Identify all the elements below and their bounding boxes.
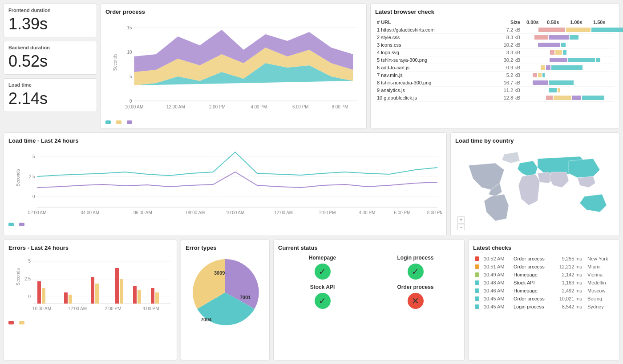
status-orderprocess-label: Order process <box>397 284 433 290</box>
check-location: Sydney <box>585 303 615 311</box>
svg-text:10:00 AM: 10:00 AM <box>32 306 51 311</box>
status-stockapi-icon: ✓ <box>315 293 331 309</box>
errors-title: Errors - Last 24 hours <box>8 244 172 251</box>
load-time-legend <box>8 223 442 226</box>
check-location: Beijing <box>585 295 615 303</box>
latest-checks-title: Latest checks <box>473 244 615 251</box>
check-location: New York <box>585 255 615 263</box>
check-time: 10:52 AM <box>481 255 511 263</box>
svg-text:4:00 PM: 4:00 PM <box>142 306 159 311</box>
order-process-legend <box>105 120 362 124</box>
status-homepage-label: Homepage <box>309 255 336 261</box>
latest-checks-table: 10:52 AM Order process 9,255 ms New York… <box>473 255 615 311</box>
order-process-y-label: Seconds <box>113 53 117 71</box>
errors-y-label: Seconds <box>16 268 20 286</box>
bc-row: 2 style.css 8.3 kB <box>375 34 615 41</box>
bc-size: 3.3 kB <box>451 49 522 56</box>
browser-check-title: Latest browser check <box>375 8 615 15</box>
bc-size: 16.7 kB <box>451 79 522 87</box>
backend-label: Backend duration <box>8 45 92 50</box>
bc-col-15s: 1.50s <box>591 19 615 26</box>
backend-value: 0.52s <box>8 52 92 71</box>
check-row: 10:45 AM Login process 8,542 ms Sydney <box>473 303 615 311</box>
status-login-label: Login process <box>397 255 433 261</box>
svg-rect-48 <box>69 295 72 304</box>
bc-size: 8.3 kB <box>451 34 522 41</box>
bc-row: 5 tshirt-suraya-300.png 30.2 kB <box>375 56 615 64</box>
check-location: Medellín <box>585 279 615 287</box>
bc-size: 10.2 kB <box>451 41 522 49</box>
loadtime-card: Load time 2.14s <box>4 78 97 112</box>
bc-row: 10 g.doubleclick.js 12.8 kB <box>375 94 615 102</box>
load-time-chart: 5 2.5 0 02:00 AM 04:00 AM 06:00 AM 08:00… <box>20 148 442 219</box>
svg-text:06:00 AM: 06:00 AM <box>134 210 152 215</box>
check-time: 10:48 AM <box>481 279 511 287</box>
svg-rect-55 <box>151 288 154 304</box>
errors-card: Errors - Last 24 hours Seconds 5 2.5 0 <box>4 240 177 360</box>
svg-rect-46 <box>42 288 45 304</box>
check-ms: 9,255 ms <box>552 255 585 263</box>
svg-text:8:00 PM: 8:00 PM <box>427 210 442 215</box>
bc-num-url: 3 icons.css <box>375 41 451 49</box>
errors-chart: 5 2.5 0 <box>20 255 175 317</box>
check-location: Vienna <box>585 271 615 279</box>
svg-text:4:00 PM: 4:00 PM <box>359 210 376 215</box>
error-types-chart: 3009 7001 7004 <box>187 255 263 330</box>
svg-text:10: 10 <box>127 50 132 55</box>
bc-bars <box>522 72 615 79</box>
check-row: 10:52 AM Order process 9,255 ms New York <box>473 255 615 263</box>
load-time-title: Load time - Last 24 hours <box>8 137 442 144</box>
svg-rect-54 <box>138 290 141 304</box>
check-color-cell <box>473 287 481 295</box>
bc-row: 8 tshirt-norcadia-300.png 16.7 kB <box>375 79 615 87</box>
bc-num-url: 2 style.css <box>375 34 451 41</box>
svg-text:15: 15 <box>127 25 132 30</box>
check-name: Order process <box>511 295 553 303</box>
check-ms: 10,021 ms <box>552 295 585 303</box>
svg-text:5: 5 <box>32 154 35 159</box>
svg-text:−: − <box>459 224 462 230</box>
bc-bars <box>522 87 615 94</box>
bc-bars <box>522 56 615 64</box>
status-grid: Homepage ✓ Login process ✓ Stock API ✓ O… <box>278 255 460 309</box>
status-homepage-icon: ✓ <box>315 264 331 280</box>
bc-bars <box>522 79 615 87</box>
backend-duration-card: Backend duration 0.52s <box>4 41 97 75</box>
bc-bars <box>522 41 615 49</box>
bc-row: 3 icons.css 10.2 kB <box>375 41 615 49</box>
check-time: 10:46 AM <box>481 287 511 295</box>
order-process-chart: 15 10 5 0 10:00 AM 12:00 AM 2:00 PM 4:00… <box>117 19 362 116</box>
status-homepage: Homepage ✓ <box>278 255 367 280</box>
svg-text:6:00 PM: 6:00 PM <box>292 104 309 109</box>
bc-col-url: # URL <box>375 19 451 26</box>
svg-text:+: + <box>459 217 462 223</box>
svg-text:8:00 PM: 8:00 PM <box>332 104 348 109</box>
check-name: Order process <box>511 255 553 263</box>
check-time: 10:49 AM <box>481 271 511 279</box>
check-time: 10:45 AM <box>481 303 511 311</box>
bc-row: 7 nav.min.js 5.2 kB <box>375 72 615 79</box>
current-status-title: Current status <box>278 244 460 251</box>
loadtime-label: Load time <box>8 82 92 88</box>
check-row: 10:48 AM Stock API 1,163 ms Medellín <box>473 279 615 287</box>
status-orderprocess: Order process ✕ <box>371 284 460 309</box>
current-status-card: Current status Homepage ✓ Login process … <box>273 240 465 360</box>
check-location: Miami <box>585 263 615 271</box>
check-name: Homepage <box>511 287 553 295</box>
status-stockapi: Stock API ✓ <box>278 284 367 309</box>
country-card: Load time by country <box>450 132 619 236</box>
bc-num-url: 8 tshirt-norcadia-300.png <box>375 79 451 87</box>
load-time-y-label: Seconds <box>16 169 20 186</box>
check-color-cell <box>473 279 481 287</box>
svg-text:0: 0 <box>129 99 132 104</box>
bc-row: 6 add-to-cart.js 0.9 kB <box>375 64 615 72</box>
check-name: Homepage <box>511 271 553 279</box>
check-color-cell <box>473 263 481 271</box>
svg-rect-51 <box>115 268 119 304</box>
check-ms: 12,212 ms <box>552 263 585 271</box>
svg-text:02:00 AM: 02:00 AM <box>28 210 47 215</box>
svg-text:0: 0 <box>28 294 31 299</box>
check-row: 10:51 AM Order process 12,212 ms Miami <box>473 263 615 271</box>
svg-text:7004: 7004 <box>201 317 212 322</box>
check-row: 10:46 AM Homepage 2,492 ms Moscow <box>473 287 615 295</box>
